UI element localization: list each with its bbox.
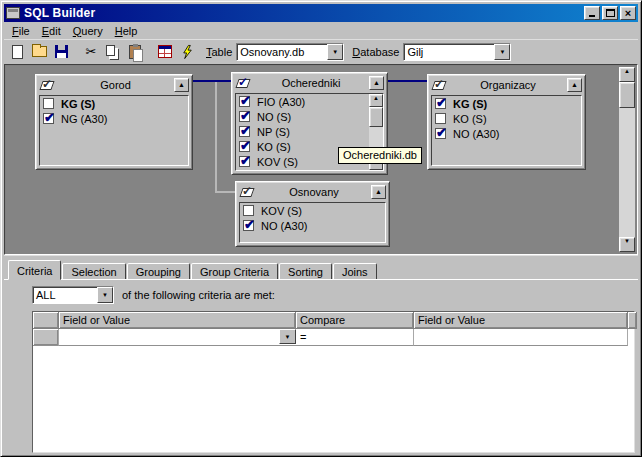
tooltip: Ocheredniki.db xyxy=(338,147,422,164)
field-row[interactable]: ✔ KO (S) xyxy=(432,111,581,126)
field-row[interactable]: ✔ KOV (S) xyxy=(240,203,385,218)
field-name: NP (S) xyxy=(257,126,290,138)
join-line-gorod-ocheredniki[interactable] xyxy=(193,80,231,82)
criteria-mode-dropdown-button[interactable]: ▼ xyxy=(97,287,113,303)
scrollbar-thumb[interactable] xyxy=(369,107,383,127)
field-row[interactable]: ✔ KG (S) xyxy=(432,96,581,111)
table-label: Table xyxy=(206,46,232,58)
menu-edit[interactable]: Edit xyxy=(36,23,67,39)
table-panel-gorod[interactable]: ✓ Gorod ▲ ✔ KG (S) ✔ NG (A30) xyxy=(35,74,193,170)
field-checkbox[interactable]: ✔ xyxy=(243,205,254,216)
diagram-scrollbar[interactable]: ▲ ▼ xyxy=(619,67,635,252)
table-combobox-dropdown-button[interactable]: ▼ xyxy=(327,44,343,60)
grid-header-spacer xyxy=(628,312,637,329)
maximize-button[interactable] xyxy=(602,6,618,20)
field-checkbox[interactable]: ✔ xyxy=(43,98,54,109)
join-line-ocheredniki-organizacy[interactable] xyxy=(388,80,427,82)
field1-value[interactable] xyxy=(59,329,279,345)
close-icon: × xyxy=(621,7,635,19)
tab-grouping[interactable]: Grouping xyxy=(127,263,190,280)
field-checkbox[interactable]: ✔ xyxy=(239,141,250,152)
scroll-down-button[interactable]: ▼ xyxy=(619,237,635,252)
scroll-up-button[interactable]: ▲ xyxy=(369,94,383,107)
cut-button[interactable]: ✂ xyxy=(80,42,102,62)
menu-query[interactable]: Query xyxy=(67,23,109,39)
field1-dropdown-button[interactable]: ▼ xyxy=(279,329,296,344)
table-title: Osnovany xyxy=(257,186,371,198)
row-end-spacer xyxy=(628,329,636,346)
menu-help[interactable]: Help xyxy=(109,23,144,39)
field-row[interactable]: ✔ NP (S) xyxy=(236,124,383,139)
field-row[interactable]: ✔ KG (S) xyxy=(40,96,188,111)
scroll-up-button[interactable]: ▲ xyxy=(619,67,635,82)
join-line-gorod-osnovany-horizontal[interactable] xyxy=(215,191,235,193)
collapse-panel-button[interactable]: ▲ xyxy=(174,78,189,92)
field-row[interactable]: ✔ NO (A30) xyxy=(432,126,581,141)
field-checkbox[interactable]: ✔ xyxy=(435,98,446,109)
collapse-panel-button[interactable]: ▲ xyxy=(567,78,582,92)
criteria-mode-combobox[interactable]: ALL ▼ xyxy=(32,286,114,304)
new-button[interactable] xyxy=(6,42,28,62)
copy-icon xyxy=(106,45,115,56)
field-checkbox[interactable]: ✔ xyxy=(435,128,446,139)
compare-cell[interactable]: = xyxy=(296,329,414,346)
toolbar: ✂ Table Osnovany.db ▼ Database Gilj ▼ xyxy=(4,40,638,64)
column-header-compare: Compare xyxy=(296,312,414,329)
field-checkbox[interactable]: ✔ xyxy=(435,113,446,124)
field-row[interactable]: ✔ NO (S) xyxy=(236,109,383,124)
field-row[interactable]: ✔ NG (A30) xyxy=(40,111,188,126)
table-panel-header[interactable]: ✓ Ocheredniki ▲ xyxy=(232,73,387,93)
copy-button[interactable] xyxy=(102,42,124,62)
join-line-gorod-osnovany-vertical[interactable] xyxy=(215,82,217,192)
collapse-panel-button[interactable]: ▲ xyxy=(369,76,384,90)
table-panel-header[interactable]: ✓ Organizacy ▲ xyxy=(428,75,585,95)
table-title: Gorod xyxy=(57,79,174,91)
paste-clipboard-icon xyxy=(129,45,141,59)
field-checkbox[interactable]: ✔ xyxy=(239,96,250,107)
criteria-row: ▼ = xyxy=(33,329,634,346)
row-selector-cell[interactable] xyxy=(33,329,59,346)
criteria-mode-value: ALL xyxy=(33,287,97,303)
field2-cell[interactable] xyxy=(414,329,628,346)
menu-file[interactable]: File xyxy=(6,23,36,39)
table-panel-header[interactable]: ✓ Gorod ▲ xyxy=(36,75,192,95)
run-query-button[interactable] xyxy=(176,42,198,62)
table-panel-osnovany[interactable]: ✓ Osnovany ▲ ✔ KOV (S) ✔ NO (A30) xyxy=(235,181,390,247)
field-row[interactable]: ✔ NO (A30) xyxy=(240,218,385,233)
tab-group-criteria[interactable]: Group Criteria xyxy=(191,263,278,280)
database-combobox-dropdown-button[interactable]: ▼ xyxy=(494,44,510,60)
tab-sorting[interactable]: Sorting xyxy=(279,263,332,280)
table-combobox-value: Osnovany.db xyxy=(237,44,327,60)
field-checkbox[interactable]: ✔ xyxy=(239,156,250,167)
field-name: FIO (A30) xyxy=(257,96,305,108)
database-label: Database xyxy=(352,46,399,58)
field-row[interactable]: ✔ FIO (A30) xyxy=(236,94,383,109)
paste-button[interactable] xyxy=(124,42,146,62)
save-button[interactable] xyxy=(50,42,72,62)
menu-bar: File Edit Query Help xyxy=(4,22,638,40)
table-panel-organizacy[interactable]: ✓ Organizacy ▲ ✔ KG (S) ✔ KO (S) ✔ NO (A… xyxy=(427,74,586,170)
database-combobox-value: Gilj xyxy=(404,44,494,60)
field-name: KG (S) xyxy=(61,98,95,110)
field1-cell[interactable]: ▼ xyxy=(59,329,296,346)
cut-scissors-icon: ✂ xyxy=(86,45,97,58)
field-checkbox[interactable]: ✔ xyxy=(239,126,250,137)
field-list: ✔ KG (S) ✔ KO (S) ✔ NO (A30) xyxy=(431,95,582,166)
table-view-button[interactable] xyxy=(154,42,176,62)
tab-criteria[interactable]: Criteria xyxy=(8,260,61,280)
tab-selection[interactable]: Selection xyxy=(62,263,125,280)
table-combobox[interactable]: Osnovany.db ▼ xyxy=(236,43,344,61)
title-bar[interactable]: SQL Builder × xyxy=(4,4,638,22)
minimize-button[interactable] xyxy=(584,6,600,20)
collapse-panel-button[interactable]: ▲ xyxy=(371,185,386,199)
field-checkbox[interactable]: ✔ xyxy=(43,113,54,124)
close-button[interactable]: × xyxy=(620,6,636,20)
tab-joins[interactable]: Joins xyxy=(333,263,377,280)
field-checkbox[interactable]: ✔ xyxy=(243,220,254,231)
field-checkbox[interactable]: ✔ xyxy=(239,111,250,122)
open-button[interactable] xyxy=(28,42,50,62)
database-combobox[interactable]: Gilj ▼ xyxy=(403,43,511,61)
scrollbar-thumb[interactable] xyxy=(619,82,635,108)
row-selector-header xyxy=(33,312,59,329)
table-panel-header[interactable]: ✓ Osnovany ▲ xyxy=(236,182,389,202)
